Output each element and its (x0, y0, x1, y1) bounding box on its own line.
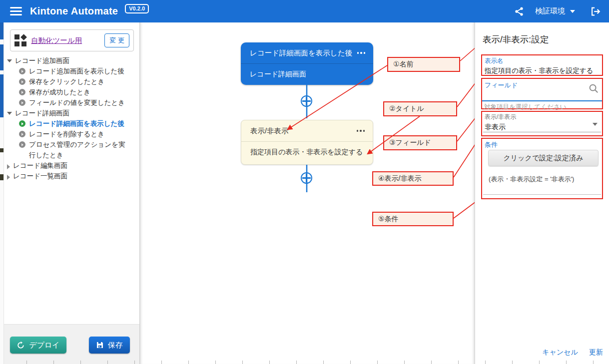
dropdown-caret-icon[interactable] (593, 123, 598, 126)
tree-group-record-detail[interactable]: レコード詳細画面 (4, 108, 140, 118)
search-icon[interactable] (588, 83, 599, 94)
trigger-node-title: レコード詳細画面を表示した後 (250, 48, 352, 58)
deploy-button[interactable]: デプロイ (10, 337, 66, 354)
display-name-label: 表示名 (485, 57, 600, 65)
save-button[interactable]: 保存 (89, 337, 130, 354)
collapse-arrow-icon (7, 112, 12, 115)
condition-underline (483, 194, 601, 195)
tree-item-active[interactable]: レコード詳細画面を表示した後 (4, 118, 140, 129)
settings-panel: 表示/非表示:設定 表示名 指定項目の表示・非表示を設定する フィールド 対象項… (475, 22, 609, 364)
more-options-icon[interactable] (356, 50, 367, 56)
display-name-value[interactable]: 指定項目の表示・非表示を設定する (485, 66, 600, 75)
condition-label: 条件 (485, 140, 498, 149)
panel-title: 表示/非表示:設定 (483, 33, 549, 45)
expand-arrow-icon (7, 175, 10, 180)
visibility-label: 表示/非表示 (485, 113, 600, 121)
expand-arrow-icon (7, 164, 10, 169)
select-underline (483, 132, 601, 132)
tree-item[interactable]: プロセス管理のアクションを実行したとき (4, 139, 140, 160)
event-icon (19, 78, 25, 85)
annotation-title: ②タイトル (383, 101, 457, 116)
share-icon[interactable] (514, 6, 524, 16)
tree-item[interactable]: レコードを削除するとき (4, 129, 140, 139)
scroll-marker-strip[interactable] (0, 22, 4, 364)
cancel-link[interactable]: キャンセル (542, 348, 578, 357)
field-search-input[interactable] (485, 89, 585, 96)
save-icon (96, 341, 104, 349)
sidebar-footer: デプロイ 保存 (4, 324, 139, 364)
tree-item[interactable]: 保存が成功したとき (4, 87, 140, 97)
action-node[interactable]: 表示/非表示 指定項目の表示・非表示を設定する (241, 120, 373, 165)
tree-item[interactable]: レコード追加画面を表示した後 (4, 66, 140, 76)
app-header: Kintone Automate V0.2.0 検証環境 (0, 0, 609, 22)
sync-icon (16, 341, 25, 350)
change-app-button[interactable]: 変 更 (104, 33, 129, 47)
app-title: Kintone Automate (30, 5, 118, 17)
field-select-outline: フィールド 対象項目を選択してください (481, 78, 603, 109)
event-tree: レコード追加画面 レコード追加画面を表示した後 保存をクリックしたとき 保存が成… (4, 55, 140, 181)
add-step-icon[interactable] (301, 172, 312, 184)
tree-group-record-edit[interactable]: レコード編集画面 (4, 160, 140, 171)
app-selector-box: 自動化ツール用 変 更 (10, 29, 134, 51)
action-node-subtitle: 指定項目の表示・非表示を設定する (250, 148, 363, 157)
collapse-arrow-icon (7, 59, 12, 62)
tree-group-record-list[interactable]: レコード一覧画面 (4, 171, 140, 181)
update-link[interactable]: 更新 (589, 348, 603, 357)
condition-setup-button[interactable]: クリックで設定:設定済み (488, 150, 599, 166)
tree-group-record-add[interactable]: レコード追加画面 (4, 55, 140, 66)
version-badge: V0.2.0 (125, 4, 149, 13)
trigger-node-subtitle: レコード詳細画面 (250, 70, 306, 79)
event-icon (19, 68, 25, 74)
annotation-visibility: ④表示/非表示 (372, 171, 454, 186)
condition-field-outline: 条件 クリックで設定:設定済み (表示・非表示設定 = '非表示') (481, 138, 603, 199)
event-icon (19, 141, 25, 148)
environment-selector[interactable]: 検証環境 (535, 6, 575, 16)
action-node-title: 表示/非表示 (250, 126, 289, 136)
event-icon (19, 89, 25, 95)
focused-underline (482, 100, 602, 101)
visibility-select[interactable]: 非表示 (485, 123, 600, 132)
field-helper-text: 対象項目を選択してください (484, 103, 567, 111)
environment-label: 検証環境 (535, 6, 565, 16)
condition-expression: (表示・非表示設定 = '非表示') (489, 175, 574, 184)
annotation-field: ③フィールド (383, 135, 457, 150)
logout-icon[interactable] (590, 6, 601, 17)
visibility-select-outline: 表示/非表示 非表示 (481, 111, 603, 136)
event-icon-active (19, 120, 25, 127)
tree-item[interactable]: フィールドの値を変更したとき (4, 97, 140, 108)
menu-icon[interactable] (10, 7, 22, 15)
flow-canvas[interactable]: レコード詳細画面を表示した後 レコード詳細画面 表示/非表示 指定項目の表示・非… (140, 22, 475, 364)
display-name-field-outline: 表示名 指定項目の表示・非表示を設定する (481, 54, 603, 76)
app-icon (14, 34, 26, 46)
annotation-name: ①名前 (387, 57, 460, 72)
more-options-icon[interactable] (356, 128, 366, 134)
chevron-down-icon (570, 10, 575, 13)
sidebar: 自動化ツール用 変 更 レコード追加画面 レコード追加画面を表示した後 保存をク… (4, 22, 140, 364)
event-icon (19, 131, 25, 137)
tree-item[interactable]: 保存をクリックしたとき (4, 76, 140, 87)
app-name-link[interactable]: 自動化ツール用 (31, 36, 82, 45)
add-step-icon[interactable] (301, 95, 312, 107)
annotation-condition: ⑤条件 (372, 212, 454, 226)
trigger-node[interactable]: レコード詳細画面を表示した後 レコード詳細画面 (241, 42, 373, 85)
event-icon (19, 99, 25, 106)
